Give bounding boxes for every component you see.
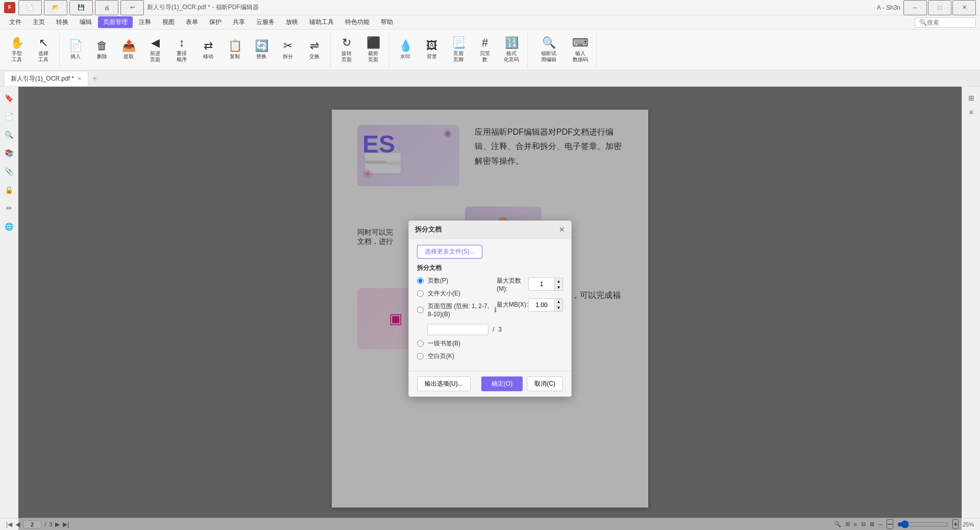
confirm-btn[interactable]: 确定(O) [481, 376, 523, 391]
page-range-input[interactable] [427, 324, 488, 335]
sidebar-icon-translate[interactable]: 🌐 [2, 219, 16, 234]
background-icon: 🖼 [426, 40, 437, 52]
exchange-btn[interactable]: ⇌ 交换 [302, 33, 327, 67]
print-btn[interactable]: 🖨 [95, 0, 118, 15]
extract-page-btn[interactable]: 📤 提取 [116, 33, 141, 67]
maximize-btn[interactable]: □ [928, 0, 951, 15]
menu-form[interactable]: 表单 [181, 16, 203, 28]
background-btn[interactable]: 🖼 背景 [419, 33, 445, 67]
option-bookmark-radio[interactable] [417, 340, 424, 347]
prev-page-btn[interactable]: ◀ 前进页面 [142, 33, 168, 67]
option-filesize-radio[interactable] [417, 290, 424, 297]
right-sidebar-icon-grid[interactable]: ⊞ [964, 91, 978, 105]
output-options-btn[interactable]: 输出选项(U)... [417, 376, 471, 391]
menu-comment[interactable]: 注释 [134, 16, 156, 28]
menu-convert[interactable]: 转换 [51, 16, 74, 28]
tool-group-watermark: 💧 水印 🖼 背景 📃 页眉页脚 # 贝茨数 🔢 格式化页码 [393, 33, 528, 67]
max-pages-up-btn[interactable]: ▲ [554, 278, 562, 284]
menu-cloud[interactable]: 云服务 [251, 16, 280, 28]
sidebar-icon-search[interactable]: 🔍 [2, 128, 16, 142]
split-btn[interactable]: ✂ 拆分 [275, 33, 301, 67]
sidebar-icon-security[interactable]: 🔒 [2, 183, 16, 197]
undo-btn[interactable]: ↩ [120, 0, 144, 15]
format-btn[interactable]: 🔢 格式化页码 [499, 33, 524, 67]
insert-page-btn[interactable]: 📄 插入 [63, 33, 88, 67]
menu-home[interactable]: 主页 [28, 16, 50, 28]
menu-special[interactable]: 特色功能 [340, 16, 375, 28]
option-blankpage-radio[interactable] [417, 353, 424, 360]
search-box[interactable]: 🔍 [915, 17, 976, 28]
save-btn[interactable]: 💾 [69, 0, 93, 15]
menu-file[interactable]: 文件 [4, 16, 27, 28]
sidebar-icon-layers[interactable]: 📚 [2, 146, 16, 160]
max-pages-down-btn[interactable]: ▼ [554, 284, 562, 290]
max-mb-row: 最大MB(X): 1.00 ▲ ▼ [497, 298, 563, 312]
replace-btn[interactable]: 🔄 替换 [249, 33, 274, 67]
input-btn[interactable]: ⌨ 输入数据码 [568, 33, 593, 67]
menu-help[interactable]: 帮助 [376, 16, 398, 28]
option-pages-row: 页数(P) [417, 276, 497, 285]
max-pages-input[interactable]: 1 [529, 280, 554, 289]
window-title: 新人引导(1)_OCR.pdf * - 福昕PDF编辑器 [147, 3, 259, 12]
format-icon: 🔢 [505, 37, 519, 48]
bates-icon: # [482, 37, 488, 48]
dialog-title: 拆分文档 [415, 225, 442, 234]
option-pages-radio[interactable] [417, 277, 424, 284]
menu-tools[interactable]: 辅助工具 [304, 16, 339, 28]
menu-insert[interactable]: 放映 [281, 16, 303, 28]
dialog-close-btn[interactable]: ✕ [559, 225, 565, 234]
split-icon: ✂ [283, 40, 292, 52]
ocr-btn[interactable]: 🔍 福昕试用编辑 [531, 33, 567, 67]
rotate-page-btn[interactable]: ↻ 旋转页面 [334, 33, 359, 67]
max-mb-down-btn[interactable]: ▼ [554, 305, 562, 311]
watermark-btn[interactable]: 💧 水印 [393, 33, 418, 67]
split-document-dialog: 拆分文档 ✕ 选择更多文件(S)... 拆分文档 页数(P) [408, 220, 572, 397]
dialog-footer: 输出选项(U)... 确定(O) 取消(C) [409, 371, 571, 396]
menu-protect[interactable]: 保护 [204, 16, 227, 28]
menu-edit[interactable]: 编辑 [75, 16, 97, 28]
dialog-header: 拆分文档 ✕ [409, 221, 571, 239]
copy-btn[interactable]: 📋 复制 [222, 33, 248, 67]
ocr-icon: 🔍 [542, 37, 556, 48]
delete-page-btn[interactable]: 🗑 删除 [89, 33, 115, 67]
first-page-btn[interactable]: |◀ [6, 521, 12, 528]
replace-icon: 🔄 [255, 40, 268, 52]
search-input[interactable] [927, 19, 973, 26]
option-bookmark-row: 一级书签(B) [417, 339, 563, 348]
close-btn[interactable]: ✕ [952, 0, 976, 15]
open-file-btn[interactable]: 📂 [44, 0, 67, 15]
menu-view[interactable]: 视图 [157, 16, 180, 28]
app-logo: F [4, 2, 15, 13]
tool-group-rotate: ↻ 旋转页面 ⬛ 裁剪页面 [334, 33, 389, 67]
new-tab-btn[interactable]: + [88, 72, 101, 85]
tool-group-pages: 📄 插入 🗑 删除 📤 提取 ◀ 前进页面 ↕ 重排顺序 ⇄ 移动 📋 复制 🔄 [63, 33, 331, 67]
move-btn[interactable]: ⇄ 移动 [195, 33, 221, 67]
crop-page-btn[interactable]: ⬛ 裁剪页面 [360, 33, 386, 67]
menu-share[interactable]: 共享 [228, 16, 250, 28]
select-icon: ↖ [39, 37, 48, 48]
option-blankpage-label: 空白页(K) [428, 352, 454, 361]
reorder-btn[interactable]: ↕ 重排顺序 [169, 33, 194, 67]
minimize-btn[interactable]: ─ [903, 0, 927, 15]
max-mb-input[interactable]: 1.00 [529, 300, 554, 310]
main-area: 🔖 📄 🔍 📚 📎 🔒 ✏ 🌐 › ES [0, 87, 980, 530]
new-file-btn[interactable]: 📄 [18, 0, 42, 15]
max-mb-up-btn[interactable]: ▲ [554, 299, 562, 305]
tab-main[interactable]: 新人引导(1)_OCR.pdf * ✕ [4, 71, 88, 86]
tab-close-btn[interactable]: ✕ [77, 75, 82, 82]
cancel-btn[interactable]: 取消(C) [527, 376, 563, 391]
sidebar-icon-page-thumb[interactable]: 📄 [2, 109, 16, 123]
hand-tool-btn[interactable]: ✋ 手型工具 [4, 33, 30, 67]
sidebar-icon-bookmark[interactable]: 🔖 [2, 91, 16, 105]
option-pagerange-label: 页面范围 (范例: 1, 2-7, 8-10)(B) [428, 302, 490, 318]
sidebar-icon-attach[interactable]: 📎 [2, 164, 16, 179]
bates-btn[interactable]: # 贝茨数 [472, 33, 498, 67]
header-footer-btn[interactable]: 📃 页眉页脚 [446, 33, 471, 67]
right-sidebar-icon-list[interactable]: ≡ [964, 105, 978, 119]
max-pages-spin-btns: ▲ ▼ [554, 278, 562, 290]
select-files-btn[interactable]: 选择更多文件(S)... [417, 245, 482, 259]
menu-page-manage[interactable]: 页面管理 [98, 16, 133, 28]
option-pagerange-radio[interactable] [417, 307, 424, 313]
sidebar-icon-sign[interactable]: ✏ [2, 201, 16, 215]
select-tool-btn[interactable]: ↖ 选择工具 [31, 33, 56, 67]
